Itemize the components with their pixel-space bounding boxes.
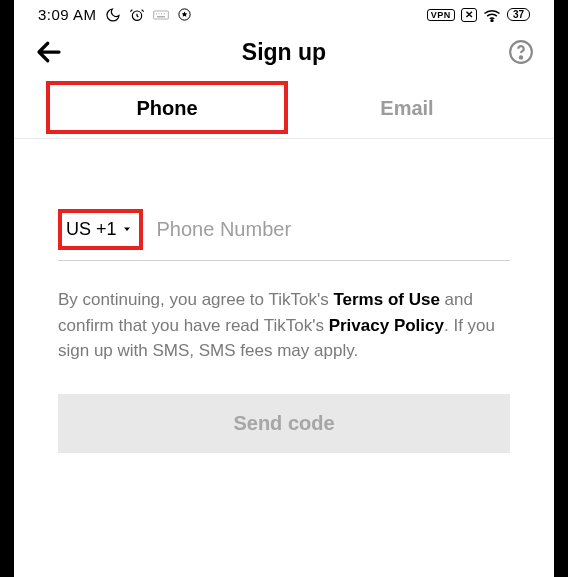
send-code-button[interactable]: Send code	[58, 394, 510, 453]
page-title: Sign up	[242, 39, 326, 66]
phone-entry-row: US +1	[58, 209, 510, 261]
moon-icon	[105, 7, 121, 23]
svg-point-4	[161, 13, 162, 14]
svg-rect-6	[157, 16, 165, 17]
svg-rect-1	[153, 11, 168, 19]
no-sim-icon: ✕	[461, 8, 477, 22]
svg-point-8	[491, 19, 493, 21]
help-button[interactable]	[498, 39, 534, 65]
country-code-label: US +1	[66, 219, 117, 240]
chevron-down-icon	[121, 219, 133, 240]
country-code-selector[interactable]: US +1	[58, 209, 143, 250]
legal-text: By continuing, you agree to TikTok's Ter…	[58, 287, 510, 364]
tab-phone[interactable]: Phone	[46, 81, 288, 134]
back-button[interactable]	[34, 37, 70, 67]
tab-email[interactable]: Email	[290, 81, 524, 138]
status-time: 3:09 AM	[38, 6, 97, 23]
wifi-icon	[483, 8, 501, 22]
settings-badge-icon	[177, 7, 192, 22]
vpn-icon: VPN	[427, 9, 455, 21]
svg-point-3	[158, 13, 159, 14]
svg-point-2	[155, 13, 156, 14]
keyboard-icon	[153, 10, 169, 20]
header: Sign up	[14, 27, 554, 81]
svg-point-5	[163, 13, 164, 14]
status-bar: 3:09 AM VPN ✕ 37	[14, 0, 554, 27]
alarm-icon	[129, 7, 145, 23]
terms-of-use-link[interactable]: Terms of Use	[333, 290, 439, 309]
svg-point-10	[520, 56, 522, 58]
privacy-policy-link[interactable]: Privacy Policy	[329, 316, 444, 335]
signup-tabs: Phone Email	[14, 81, 554, 139]
battery-icon: 37	[507, 8, 530, 21]
phone-number-input[interactable]	[143, 218, 510, 241]
